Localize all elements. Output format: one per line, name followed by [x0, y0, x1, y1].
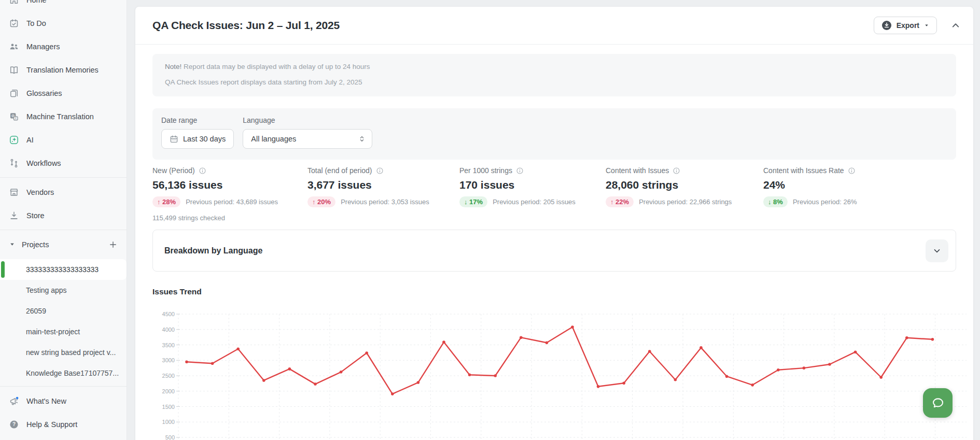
note-line-1: Note! Report data may be displayed with …: [165, 63, 944, 70]
breakdown-title: Breakdown by Language: [164, 246, 262, 256]
note-line-1-text: Report data may be displayed with a dela…: [181, 63, 370, 70]
sidebar-item-managers[interactable]: Managers: [0, 35, 127, 58]
svg-text:4000: 4000: [162, 327, 175, 333]
ai-icon: [9, 135, 19, 145]
download-icon: [881, 20, 892, 31]
calendar-icon: [170, 135, 178, 144]
managers-icon: [9, 41, 19, 52]
language-select[interactable]: All languages: [243, 129, 372, 149]
sidebar-project-new-string-based-project-v[interactable]: new string based project v...: [0, 342, 127, 363]
date-range-label: Date range: [161, 116, 234, 124]
stats-row: New (Period)56,136 issues↑ 28%Previous p…: [135, 166, 973, 229]
stat-value: 170 issues: [459, 179, 576, 191]
breakdown-expand-button[interactable]: [926, 239, 948, 262]
sidebar-item-label: Home: [26, 0, 47, 4]
stat-change-badge: ↑ 20%: [307, 196, 335, 207]
store-icon: [9, 210, 19, 221]
export-button[interactable]: Export: [874, 17, 937, 34]
sidebar-item-label: Workflows: [26, 159, 61, 167]
sidebar-item-label: To Do: [26, 19, 46, 27]
translation-memories-icon: [9, 65, 19, 75]
info-icon[interactable]: [673, 167, 680, 175]
sidebar-project-main-test-project[interactable]: main-test-project: [0, 321, 127, 342]
sidebar-item-label: Translation Memories: [26, 66, 99, 74]
sidebar-item-vendors[interactable]: Vendors: [0, 180, 127, 204]
select-updown-icon: [358, 135, 366, 143]
collapse-panel-chevron-up-icon[interactable]: [950, 20, 961, 31]
language-label: Language: [243, 116, 372, 124]
sidebar-item-glossaries[interactable]: Glossaries: [0, 81, 127, 105]
chat-bubble-icon: [930, 395, 946, 411]
sidebar-item-home[interactable]: Home: [0, 0, 127, 11]
svg-text:?: ?: [12, 421, 16, 427]
stat-label: Total (end of period): [307, 166, 372, 175]
glossaries-icon: [9, 88, 19, 98]
stat-content-with-issues: Content with Issues28,060 strings↑ 22%Pr…: [606, 166, 732, 207]
svg-text:3000: 3000: [162, 357, 175, 363]
svg-text:1000: 1000: [162, 419, 175, 425]
sidebar-item-store[interactable]: Store: [0, 204, 127, 227]
issues-trend-chart: 45004000350030002500200015001000500: [152, 301, 972, 440]
sidebar-divider: [0, 177, 127, 178]
language-select-value: All languages: [251, 135, 296, 143]
stat-change-badge: ↑ 22%: [606, 196, 634, 207]
filter-panel: Date range Last 30 days Language All lan…: [152, 108, 956, 160]
sidebar-item-label: Managers: [26, 42, 60, 51]
stat-value: 56,136 issues: [152, 179, 278, 191]
stat-value: 24%: [763, 179, 857, 191]
sidebar-item-what-s-new[interactable]: What's New: [0, 389, 127, 413]
sidebar-item-workflows[interactable]: Workflows: [0, 151, 127, 175]
stat-value: 28,060 strings: [606, 179, 732, 191]
sidebar: HomeTo DoManagersTranslation MemoriesGlo…: [0, 0, 127, 440]
svg-text:2500: 2500: [162, 373, 175, 379]
machine-translation-icon: G文: [9, 111, 19, 122]
home-icon: [9, 0, 19, 5]
svg-text:文: 文: [15, 117, 18, 120]
issues-trend-title: Issues Trend: [152, 287, 202, 296]
stat-value: 3,677 issues: [307, 179, 429, 191]
sidebar-item-machine-translation[interactable]: G文Machine Translation: [0, 105, 127, 128]
note-box: Note! Report data may be displayed with …: [152, 54, 956, 96]
svg-text:500: 500: [165, 434, 175, 440]
stat-change-badge: ↓ 17%: [459, 196, 487, 207]
sidebar-item-label: Help & Support: [26, 420, 77, 429]
breakdown-by-language-section[interactable]: Breakdown by Language: [152, 230, 956, 272]
note-line-2: QA Check Issues report displays data sta…: [165, 78, 944, 86]
sidebar-item-label: What's New: [26, 397, 66, 405]
stat-label: Content with Issues Rate: [763, 166, 844, 175]
sidebar-item-ai[interactable]: AI: [0, 128, 127, 151]
date-range-button[interactable]: Last 30 days: [161, 129, 234, 149]
stat-previous-period: Previous period: 22,966 strings: [639, 198, 732, 206]
sidebar-item-help-support[interactable]: ?Help & Support: [0, 413, 127, 436]
sidebar-item-translation-memories[interactable]: Translation Memories: [0, 58, 127, 81]
note-prefix: Note!: [165, 63, 181, 70]
stat-per-1000-strings: Per 1000 strings170 issues↓ 17%Previous …: [459, 166, 576, 207]
info-icon[interactable]: [199, 167, 206, 175]
whats-new-icon: [9, 396, 19, 406]
sidebar-item-to-do[interactable]: To Do: [0, 11, 127, 35]
stat-label: New (Period): [152, 166, 195, 175]
sidebar-project-333333333333333333[interactable]: 333333333333333333: [0, 259, 127, 280]
chat-widget-button[interactable]: [923, 388, 953, 418]
stat-previous-period: Previous period: 205 issues: [493, 198, 576, 206]
svg-text:2000: 2000: [162, 388, 175, 394]
sidebar-item-label: Glossaries: [26, 89, 62, 97]
chevron-down-icon: [932, 246, 942, 256]
info-icon[interactable]: [848, 167, 856, 175]
todo-icon: [9, 18, 19, 29]
stat-total-end-of-period: Total (end of period)3,677 issues↑ 20%Pr…: [307, 166, 429, 207]
stat-change-badge: ↑ 28%: [152, 196, 180, 207]
info-icon[interactable]: [376, 167, 384, 175]
sidebar-project-knowledge-base17107757[interactable]: Knowledge Base17107757...: [0, 363, 127, 384]
projects-caret-down-icon[interactable]: [9, 242, 15, 247]
stat-label: Per 1000 strings: [459, 166, 512, 175]
sidebar-project-26059[interactable]: 26059: [0, 301, 127, 321]
export-button-label: Export: [897, 21, 919, 30]
caret-down-icon: [924, 23, 929, 28]
report-card: QA Check Issues: Jun 2 – Jul 1, 2025 Exp…: [135, 6, 974, 440]
projects-header-label: Projects: [22, 240, 49, 249]
add-project-plus-icon[interactable]: [109, 240, 117, 249]
sidebar-project-testing-apps[interactable]: Testing apps: [0, 280, 127, 301]
info-icon[interactable]: [516, 167, 524, 175]
sidebar-item-label: Machine Translation: [26, 112, 94, 121]
